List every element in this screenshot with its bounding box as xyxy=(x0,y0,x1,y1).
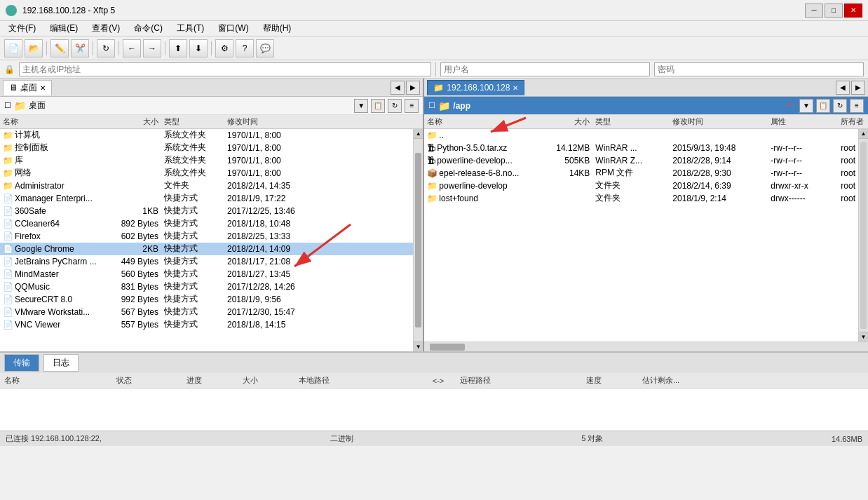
file-name-cell: 📄 Xmanager Enterpri... xyxy=(0,194,105,203)
left-file-row[interactable]: 📁 Administrator 文件夹 2018/2/14, 14:35 xyxy=(0,180,413,192)
rfile-type-cell: WinRAR ... xyxy=(592,143,670,153)
file-date-cell: 2018/1/8, 14:15 xyxy=(224,320,413,330)
menu-tools[interactable]: 工具(T) xyxy=(171,21,210,36)
left-file-row[interactable]: 📄 JetBrains PyCharm ... 449 Bytes 快捷方式 2… xyxy=(0,255,413,268)
right-nav-prev[interactable]: ◀ xyxy=(836,81,850,95)
file-name-cell: 📁 控制面板 xyxy=(0,142,105,154)
minimize-button[interactable]: ─ xyxy=(805,4,823,18)
right-col-owner[interactable]: 所有者 xyxy=(838,116,868,127)
left-file-row[interactable]: 📄 VNC Viewer 557 Bytes 快捷方式 2018/1/8, 14… xyxy=(0,318,413,331)
left-file-row[interactable]: 📄 360Safe 1KB 快捷方式 2017/12/25, 13:46 xyxy=(0,205,413,217)
close-button[interactable]: ✕ xyxy=(844,4,862,18)
log-tab[interactable]: 日志 xyxy=(43,354,79,372)
menu-help[interactable]: 帮助(H) xyxy=(257,21,297,36)
right-panel: 📁 192.168.100.128 ✕ ◀ ▶ ☐ 📁 /app ← ▼ 📋 ↻… xyxy=(424,79,868,351)
menu-window[interactable]: 窗口(W) xyxy=(212,21,254,36)
right-nav-next[interactable]: ▶ xyxy=(851,81,865,95)
left-file-row[interactable]: 📁 网络 系统文件夹 1970/1/1, 8:00 xyxy=(0,167,413,180)
file-type-cell: 快捷方式 xyxy=(161,192,224,204)
right-file-row[interactable]: 📦 epel-release-6-8.no... 14KB RPM 文件 201… xyxy=(424,167,858,180)
username-input[interactable] xyxy=(440,62,650,76)
left-col-name[interactable]: 名称 xyxy=(0,116,105,127)
left-scrollbar[interactable]: ▲ ▼ xyxy=(413,129,423,351)
transfer-tab[interactable]: 传输 xyxy=(4,354,39,372)
right-file-row[interactable]: 🗜 powerline-develop... 505KB WinRAR Z...… xyxy=(424,154,858,167)
password-input[interactable] xyxy=(654,62,864,76)
right-scrollbar[interactable]: ▲ ▼ xyxy=(858,129,868,342)
file-name-cell: 📁 Administrator xyxy=(0,181,105,191)
left-file-row[interactable]: 📄 VMware Workstati... 567 Bytes 快捷方式 201… xyxy=(0,306,413,318)
toolbar-msg[interactable]: 💬 xyxy=(256,39,274,58)
right-path-dropdown[interactable]: ▼ xyxy=(799,99,813,113)
toolbar-new[interactable]: 📄 xyxy=(4,39,22,58)
right-tab-close[interactable]: ✕ xyxy=(513,84,518,92)
left-file-row[interactable]: 📄 Firefox 602 Bytes 快捷方式 2018/2/25, 13:3… xyxy=(0,230,413,243)
toolbar-refresh[interactable]: ↻ xyxy=(97,39,115,58)
rfile-name-cell: 🗜 Python-3.5.0.tar.xz xyxy=(424,143,536,153)
toolbar-download[interactable]: ⬇ xyxy=(189,39,208,58)
left-path-copy[interactable]: 📋 xyxy=(371,99,385,113)
right-col-name[interactable]: 名称 xyxy=(424,116,536,127)
left-path-dropdown[interactable]: ▼ xyxy=(354,99,368,113)
left-file-row[interactable]: 📄 Xmanager Enterpri... 快捷方式 2018/1/9, 17… xyxy=(0,192,413,205)
rfile-perm-cell: drwxr-xr-x xyxy=(768,181,838,191)
app-icon xyxy=(6,5,17,16)
left-tab-close[interactable]: ✕ xyxy=(40,84,46,92)
toolbar-forward[interactable]: → xyxy=(143,39,161,58)
left-nav-next[interactable]: ▶ xyxy=(406,81,420,95)
toolbar-info[interactable]: ? xyxy=(236,39,254,58)
right-hscrollbar[interactable] xyxy=(424,342,868,351)
transfer-col-progress: 进度 xyxy=(182,375,238,386)
menu-file[interactable]: 文件(F) xyxy=(3,21,41,36)
left-file-row[interactable]: 📁 库 系统文件夹 1970/1/1, 8:00 xyxy=(0,154,413,167)
menu-edit[interactable]: 编辑(E) xyxy=(44,21,83,36)
file-size-cell: 831 Bytes xyxy=(105,282,161,292)
right-file-row[interactable]: 📁 powerline-develop 文件夹 2018/2/14, 6:39 … xyxy=(424,180,858,192)
right-path-refresh[interactable]: ↻ xyxy=(833,99,847,113)
left-panel: 🖥 桌面 ✕ ◀ ▶ ☐ 📁 桌面 ▼ 📋 ↻ ≡ xyxy=(0,79,424,351)
toolbar-upload[interactable]: ⬆ xyxy=(169,39,187,58)
right-col-date[interactable]: 修改时间 xyxy=(670,116,768,127)
left-nav-prev[interactable]: ◀ xyxy=(391,81,405,95)
right-panel-tab[interactable]: 📁 192.168.100.128 ✕ xyxy=(427,80,524,95)
left-file-row[interactable]: 📄 QQMusic 831 Bytes 快捷方式 2017/12/28, 14:… xyxy=(0,281,413,293)
left-file-row[interactable]: 📁 计算机 系统文件夹 1970/1/1, 8:00 xyxy=(0,129,413,142)
left-file-row[interactable]: 📄 Google Chrome 2KB 快捷方式 2018/2/14, 14:0… xyxy=(0,243,413,255)
left-col-size[interactable]: 大小 xyxy=(105,116,161,127)
right-file-row[interactable]: 📁 lost+found 文件夹 2018/1/9, 2:14 drwx----… xyxy=(424,192,858,205)
desktop-folder-icon: 🖥 xyxy=(9,83,18,93)
right-file-row[interactable]: 📁 .. xyxy=(424,129,858,142)
right-file-row[interactable]: 🗜 Python-3.5.0.tar.xz 14.12MB WinRAR ...… xyxy=(424,142,858,154)
right-path-view[interactable]: ≡ xyxy=(850,99,864,113)
rfile-date-cell: 2018/1/9, 2:14 xyxy=(670,194,768,203)
right-path-copy[interactable]: 📋 xyxy=(816,99,830,113)
left-path-refresh[interactable]: ↻ xyxy=(388,99,402,113)
left-path-bar: ☐ 📁 桌面 ▼ 📋 ↻ ≡ xyxy=(0,97,423,115)
toolbar-cut[interactable]: ✂️ xyxy=(71,39,89,58)
rfile-perm-cell: -rw-r--r-- xyxy=(768,168,838,178)
file-date-cell: 1970/1/1, 8:00 xyxy=(224,143,413,153)
left-path-view[interactable]: ≡ xyxy=(405,99,419,113)
right-col-perm[interactable]: 属性 xyxy=(768,116,838,127)
left-col-type[interactable]: 类型 xyxy=(161,116,224,127)
host-input[interactable] xyxy=(19,62,431,76)
left-file-row[interactable]: 📄 CCleaner64 892 Bytes 快捷方式 2018/1/18, 1… xyxy=(0,217,413,230)
rfile-name-cell: 📦 epel-release-6-8.no... xyxy=(424,168,536,178)
menu-command[interactable]: 命令(C) xyxy=(128,21,168,36)
file-date-cell: 2018/2/14, 14:35 xyxy=(224,181,413,191)
left-col-date[interactable]: 修改时间 xyxy=(224,116,423,127)
left-file-row[interactable]: 📁 控制面板 系统文件夹 1970/1/1, 8:00 xyxy=(0,142,413,154)
file-type-cell: 快捷方式 xyxy=(161,243,224,255)
toolbar-open[interactable]: 📂 xyxy=(25,39,43,58)
left-file-row[interactable]: 📄 SecureCRT 8.0 992 Bytes 快捷方式 2018/1/9,… xyxy=(0,293,413,306)
toolbar-back[interactable]: ← xyxy=(123,39,141,58)
toolbar-edit[interactable]: ✏️ xyxy=(50,39,69,58)
left-panel-tab[interactable]: 🖥 桌面 ✕ xyxy=(3,80,52,95)
right-col-size[interactable]: 大小 xyxy=(536,116,592,127)
right-col-type[interactable]: 类型 xyxy=(592,116,670,127)
toolbar-sync[interactable]: ⚙ xyxy=(215,39,233,58)
left-file-row[interactable]: 📄 MindMaster 560 Bytes 快捷方式 2018/1/27, 1… xyxy=(0,268,413,281)
menu-view[interactable]: 查看(V) xyxy=(86,21,126,36)
maximize-button[interactable]: □ xyxy=(825,4,843,18)
rfile-size-cell: 14.12MB xyxy=(536,143,592,153)
